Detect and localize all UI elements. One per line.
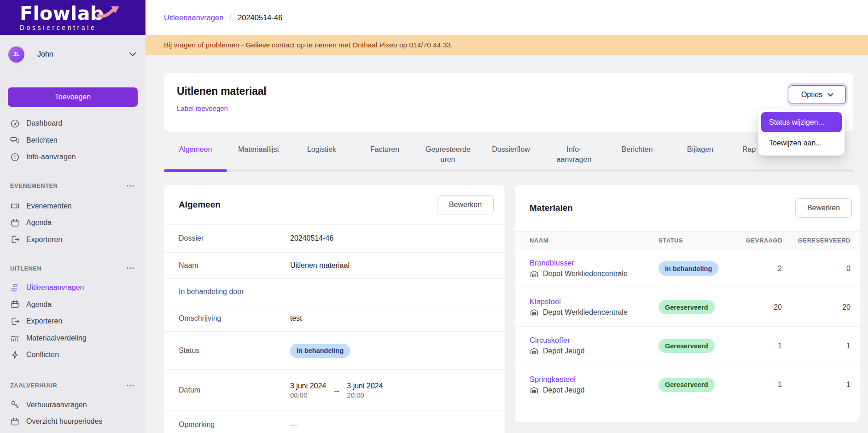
sidebar: Flowlab Dossiercentrale JL John Toevoege… <box>0 0 146 433</box>
depot-label: Depot Jeugd <box>543 347 585 355</box>
gevraagd-value: 2 <box>746 265 782 273</box>
sidebar-item-info-aanvragen[interactable]: Info-aanvragen <box>0 149 146 166</box>
section-menu-icon[interactable]: ⋯ <box>126 383 134 388</box>
status-badge: Gereserveerd <box>658 339 715 353</box>
export-icon <box>10 235 20 245</box>
material-link[interactable]: Springkasteel <box>530 375 576 384</box>
sidebar-section-evenementen: EVENEMENTEN ⋯ <box>0 179 146 192</box>
field-row-in-behandeling-door: In behandeling door <box>164 278 505 305</box>
sidebar-nav: Dashboard Berichten Info-aanvragen EVENE… <box>0 115 146 430</box>
tab-gepresteerde-uren[interactable]: Gepresteerde uren <box>416 137 479 165</box>
sidebar-item-berichten[interactable]: Berichten <box>0 132 146 149</box>
status-badge: In behandeling <box>290 344 350 358</box>
depot-label: Depot Werkliedencentrale <box>543 270 628 278</box>
sidebar-item-materiaalverdeling[interactable]: Materiaalverdeling <box>0 330 146 347</box>
export-icon <box>10 316 20 326</box>
field-label: Datum <box>179 386 290 394</box>
sidebar-item-overzicht-huurperiodes[interactable]: Overzicht huurperiodes <box>0 413 146 430</box>
field-row-status: Status In behandeling <box>164 331 505 369</box>
field-value: test <box>290 314 490 323</box>
depot-label: Depot Jeugd <box>543 386 585 394</box>
edit-materialen-button[interactable]: Bewerken <box>795 198 852 218</box>
field-label: Naam <box>179 261 290 270</box>
gereserveerd-value: 1 <box>782 342 851 350</box>
breadcrumb-parent-link[interactable]: Uitleenaanvragen <box>164 13 223 22</box>
section-menu-icon[interactable]: ⋯ <box>126 266 134 271</box>
sidebar-item-label: Verhuuraanvragen <box>26 401 87 409</box>
sidebar-item-agenda-evenementen[interactable]: Agenda <box>0 214 146 231</box>
tab-materiaallijst[interactable]: Materiaallijst <box>227 137 290 165</box>
tab-berichten[interactable]: Berichten <box>606 137 669 165</box>
table-header: NAAM STATUS GEVRAAGD GERESERVEERD <box>515 231 860 249</box>
notice-banner: Bij vragen of problemen - Gelieve contac… <box>146 35 868 55</box>
dashboard-icon <box>10 118 20 128</box>
breadcrumb: Uitleenaanvragen / 20240514-46 <box>146 0 868 35</box>
sidebar-item-label: Exporteren <box>26 317 62 325</box>
gereserveerd-value: 20 <box>782 303 851 312</box>
breadcrumb-separator: / <box>229 13 232 22</box>
menu-item-status-wijzigen[interactable]: Status wijzigen... <box>761 112 842 132</box>
bolt-icon <box>10 350 20 360</box>
hand-lend-icon <box>10 283 20 293</box>
menu-item-toewijzen-aan[interactable]: Toewijzen aan... <box>761 133 842 153</box>
date-from: 3 juni 2024 08:00 <box>290 381 326 400</box>
section-title: ZAALVERHUUR <box>10 382 57 389</box>
tab-facturen[interactable]: Facturen <box>353 137 416 165</box>
sidebar-item-dashboard[interactable]: Dashboard <box>0 115 146 132</box>
sidebar-item-exporteren-evenementen[interactable]: Exporteren <box>0 231 146 248</box>
material-link[interactable]: Brandblusser <box>530 259 574 267</box>
material-link[interactable]: Klapstoel <box>530 297 561 306</box>
calendar-icon <box>10 416 20 427</box>
tab-bijlagen[interactable]: Bijlagen <box>669 137 732 165</box>
sidebar-item-verhuuraanvragen[interactable]: Verhuuraanvragen <box>0 397 146 414</box>
brand-logo: Flowlab Dossiercentrale <box>0 0 146 35</box>
brand-arrow-icon <box>97 5 121 18</box>
brand-name: Flowlab <box>20 3 146 23</box>
breadcrumb-current: 20240514-46 <box>238 13 282 22</box>
field-label: In behandeling door <box>179 288 290 296</box>
sidebar-item-evenementen[interactable]: Evenementen <box>0 198 146 215</box>
date-to-time: 20:00 <box>347 391 383 400</box>
sidebar-item-agenda-uitlenen[interactable]: Agenda <box>0 296 146 313</box>
tab-algemeen[interactable]: Algemeen <box>164 137 227 165</box>
sidebar-item-label: Agenda <box>26 300 52 309</box>
edit-algemeen-button[interactable]: Bewerken <box>437 195 494 214</box>
sidebar-item-label: Uitleenaanvragen <box>26 283 84 292</box>
brand-subtitle: Dossiercentrale <box>20 24 146 31</box>
algemeen-card: Algemeen Bewerken Dossier 20240514-46 Na… <box>164 185 505 433</box>
sidebar-item-uitleenaanvragen[interactable]: Uitleenaanvragen <box>0 279 146 296</box>
section-title: UITLENEN <box>10 265 41 272</box>
tab-info-aanvragen[interactable]: Info-aanvragen <box>542 137 606 165</box>
sidebar-item-exporteren-uitlenen[interactable]: Exporteren <box>0 313 146 330</box>
user-name: John <box>37 50 53 58</box>
notice-text: Bij vragen of problemen - Gelieve contac… <box>164 41 453 49</box>
date-to-date: 3 juni 2024 <box>347 381 383 391</box>
field-row-naam: Naam Uitlenen materiaal <box>164 252 505 278</box>
date-to: 3 juni 2024 20:00 <box>347 381 383 400</box>
add-button[interactable]: Toevoegen <box>8 87 138 107</box>
sidebar-item-conflicten[interactable]: Conflicten <box>0 346 146 364</box>
dossier-tabs: Algemeen Materiaallijst Logistiek Factur… <box>164 137 853 174</box>
sidebar-item-label: Conflicten <box>26 351 59 359</box>
card-title: Algemeen <box>179 200 221 210</box>
field-row-omschrijving: Omschrijving test <box>164 305 505 331</box>
field-value: — <box>290 421 490 429</box>
options-button[interactable]: Opties <box>789 85 846 104</box>
tab-dossierflow[interactable]: Dossierflow <box>479 137 542 165</box>
add-label-link[interactable]: Label toevoegen <box>177 104 228 112</box>
user-menu[interactable]: JL John <box>8 46 136 63</box>
section-menu-icon[interactable]: ⋯ <box>126 184 134 188</box>
material-link[interactable]: Circuskoffer <box>530 336 570 345</box>
date-range: 3 juni 2024 08:00 → 3 juni 2024 20:00 <box>290 381 490 400</box>
table-row: Klapstoel Depot Werkliedencentrale Geres… <box>515 288 860 327</box>
active-tab-indicator <box>164 169 227 172</box>
field-value: 20240514-46 <box>290 234 490 242</box>
depot-label: Depot Werkliedencentrale <box>543 308 628 317</box>
depot-icon <box>530 308 539 317</box>
date-from-date: 3 juni 2024 <box>290 381 326 391</box>
depot-icon <box>530 386 539 395</box>
field-label: Opmerking <box>179 421 290 429</box>
tab-logistiek[interactable]: Logistiek <box>290 137 353 165</box>
materialen-card: Materialen Bewerken NAAM STATUS GEVRAAGD… <box>515 185 860 422</box>
field-row-datum: Datum 3 juni 2024 08:00 → 3 juni 2024 20… <box>164 369 505 410</box>
